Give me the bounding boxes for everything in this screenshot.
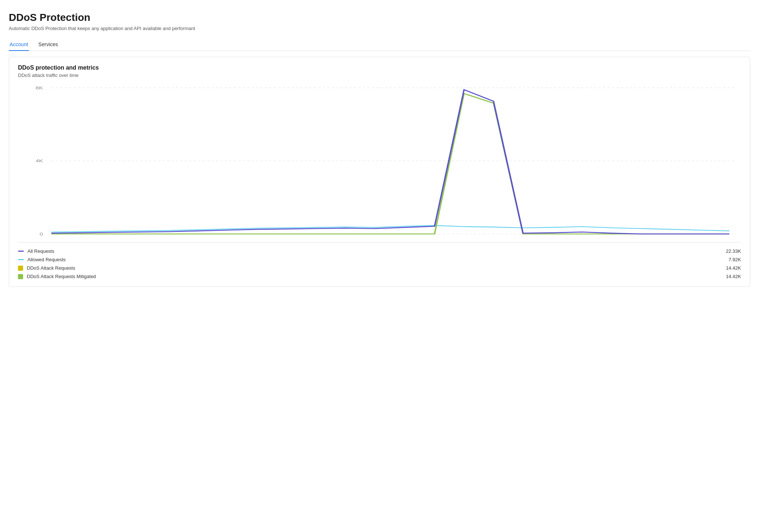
svg-text:04 PM: 04 PM <box>574 237 590 238</box>
legend-row-allowed-requests: Allowed Requests 7.92K <box>18 257 741 262</box>
svg-text:01 AM: 01 AM <box>132 237 148 238</box>
page-subtitle: Automatic DDoS Protection that keeps any… <box>9 26 750 31</box>
svg-text:09 PM: 09 PM <box>721 237 737 238</box>
svg-text:Mon 07: Mon 07 <box>101 237 120 238</box>
svg-text:8K: 8K <box>36 85 43 90</box>
svg-text:10 PM: 10 PM <box>43 237 59 238</box>
card-subtitle: DDoS attack traffic over time <box>18 73 741 78</box>
svg-text:08 AM: 08 AM <box>338 237 354 238</box>
allowed-requests-line <box>51 225 729 232</box>
all-requests-value: 22.33K <box>726 248 741 254</box>
metrics-card: DDoS protection and metrics DDoS attack … <box>9 57 750 287</box>
page-title: DDoS Protection <box>9 12 750 23</box>
ddos-mitigated-label: DDoS Attack Requests Mitigated <box>27 274 96 279</box>
svg-text:4K: 4K <box>36 159 43 163</box>
ddos-attack-value: 14.42K <box>726 265 741 271</box>
legend-row-ddos-mitigated: DDoS Attack Requests Mitigated 14.42K <box>18 274 741 279</box>
svg-text:11 AM: 11 AM <box>427 237 443 238</box>
allowed-requests-label: Allowed Requests <box>27 257 66 262</box>
svg-text:03 AM: 03 AM <box>191 237 207 238</box>
svg-text:11 PM: 11 PM <box>73 237 89 238</box>
ddos-attack-swatch <box>18 266 23 271</box>
svg-text:03 PM: 03 PM <box>544 237 561 238</box>
svg-text:06 PM: 06 PM <box>633 237 649 238</box>
svg-text:09 AM: 09 AM <box>368 237 384 238</box>
allowed-requests-value: 7.92K <box>729 257 741 262</box>
svg-text:05 AM: 05 AM <box>250 237 265 238</box>
tabs-bar: Account Services <box>9 38 750 51</box>
svg-text:10 AM: 10 AM <box>397 237 413 238</box>
svg-text:08 PM: 08 PM <box>692 237 708 238</box>
all-requests-label: All Requests <box>27 248 54 254</box>
svg-text:05 PM: 05 PM <box>604 237 620 238</box>
ddos-mitigated-value: 14.42K <box>726 274 741 279</box>
allowed-requests-swatch <box>18 259 24 260</box>
ddos-mitigated-swatch <box>18 274 23 279</box>
card-title: DDoS protection and metrics <box>18 64 741 71</box>
all-requests-swatch <box>18 251 24 252</box>
svg-text:02 PM: 02 PM <box>515 237 531 238</box>
svg-text:0: 0 <box>40 232 43 236</box>
legend-row-all-requests: All Requests 22.33K <box>18 248 741 254</box>
all-requests-line <box>51 90 729 234</box>
svg-text:12 PM: 12 PM <box>456 237 472 238</box>
svg-text:04 AM: 04 AM <box>220 237 236 238</box>
svg-text:02 AM: 02 AM <box>161 237 177 238</box>
chart-svg: 8K 4K 0 10 PM 11 PM Mon 07 01 AM 02 AM 0… <box>18 84 741 238</box>
ddos-mitigated-line <box>51 93 729 234</box>
svg-text:01 PM: 01 PM <box>485 237 502 238</box>
legend-row-ddos-attack: DDoS Attack Requests 14.42K <box>18 265 741 271</box>
svg-text:07 PM: 07 PM <box>662 237 678 238</box>
chart-container: 8K 4K 0 10 PM 11 PM Mon 07 01 AM 02 AM 0… <box>18 84 741 238</box>
chart-legend: All Requests 22.33K Allowed Requests 7.9… <box>18 242 741 279</box>
tab-services[interactable]: Services <box>38 38 59 51</box>
tab-account[interactable]: Account <box>9 38 29 51</box>
svg-text:07 AM: 07 AM <box>309 237 324 238</box>
svg-text:06 AM: 06 AM <box>279 237 295 238</box>
ddos-attack-label: DDoS Attack Requests <box>27 265 75 271</box>
